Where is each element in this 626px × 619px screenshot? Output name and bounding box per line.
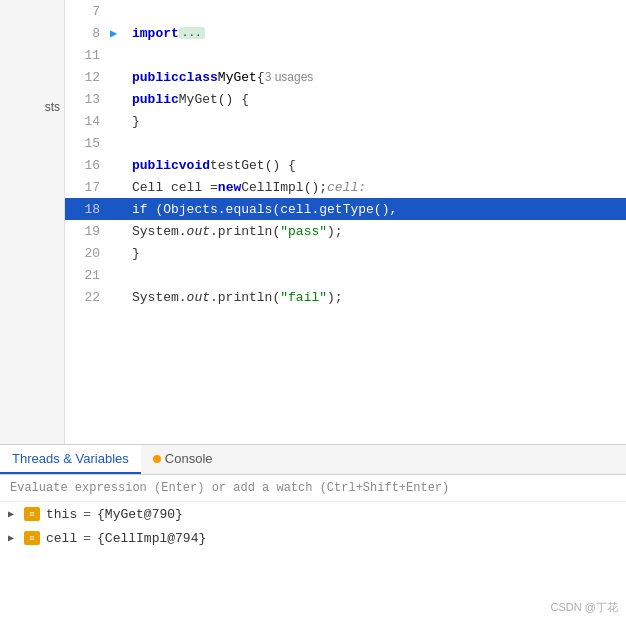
expand-icon[interactable]: ▶ [8, 532, 18, 544]
code-line: public class MyGet { 3 usages [128, 66, 313, 88]
evaluate-bar: Evaluate expression (Enter) or add a wat… [0, 475, 626, 502]
tab-threads[interactable]: Threads & Variables [0, 445, 141, 474]
editor-main: 78▶import ...1112public class MyGet { 3 … [65, 0, 626, 444]
line-number: 19 [65, 224, 110, 239]
tab-console-label: Console [165, 451, 213, 466]
line-number: 8 [65, 26, 110, 41]
line-number: 7 [65, 4, 110, 19]
variable-name: cell [46, 531, 77, 546]
code-line: public MyGet() { [128, 88, 249, 110]
variable-equals: = [83, 531, 91, 546]
line-number: 12 [65, 70, 110, 85]
code-line [128, 0, 132, 22]
line-number: 18 [65, 202, 110, 217]
variable-value: {MyGet@790} [97, 507, 183, 522]
tab-console[interactable]: Console [141, 445, 225, 474]
code-line: Cell cell = new CellImpl(); cell: [128, 176, 366, 198]
code-line [128, 44, 132, 66]
list-item[interactable]: ▶≡this = {MyGet@790} [0, 502, 626, 526]
left-sidebar: sts [0, 0, 65, 444]
sidebar-tests-label: sts [45, 100, 60, 114]
variable-equals: = [83, 507, 91, 522]
evaluate-placeholder: Evaluate expression (Enter) or add a wat… [10, 481, 449, 495]
code-line: System.out.println("fail"); [128, 286, 343, 308]
tabs-bar: Threads & Variables Console [0, 445, 626, 475]
line-number: 17 [65, 180, 110, 195]
line-number: 20 [65, 246, 110, 261]
code-line [128, 132, 132, 154]
variables-list: ▶≡this = {MyGet@790}▶≡cell = {CellImpl@7… [0, 502, 626, 619]
code-line: public void testGet() { [128, 154, 296, 176]
line-arrow: ▶ [110, 26, 128, 41]
code-line [128, 264, 132, 286]
code-line: System.out.println("pass"); [128, 220, 343, 242]
line-number: 14 [65, 114, 110, 129]
code-editor[interactable]: 78▶import ...1112public class MyGet { 3 … [65, 0, 626, 444]
watermark: CSDN @丁花 [551, 600, 618, 615]
variable-icon: ≡ [24, 531, 40, 545]
line-number: 15 [65, 136, 110, 151]
expand-icon[interactable]: ▶ [8, 508, 18, 520]
variable-icon: ≡ [24, 507, 40, 521]
line-number: 22 [65, 290, 110, 305]
line-number: 13 [65, 92, 110, 107]
code-line: import ... [128, 22, 205, 44]
tab-threads-label: Threads & Variables [12, 451, 129, 466]
code-line: } [128, 110, 140, 132]
editor-area: sts 78▶import ...1112public class MyGet … [0, 0, 626, 444]
bottom-panel: Threads & Variables Console Evaluate exp… [0, 444, 626, 619]
code-line: if (Objects.equals(cell.getType(), [128, 198, 397, 220]
line-number: 11 [65, 48, 110, 63]
line-number: 21 [65, 268, 110, 283]
variable-name: this [46, 507, 77, 522]
list-item[interactable]: ▶≡cell = {CellImpl@794} [0, 526, 626, 550]
console-dot-icon [153, 455, 161, 463]
line-number: 16 [65, 158, 110, 173]
variable-value: {CellImpl@794} [97, 531, 206, 546]
code-line: } [128, 242, 140, 264]
